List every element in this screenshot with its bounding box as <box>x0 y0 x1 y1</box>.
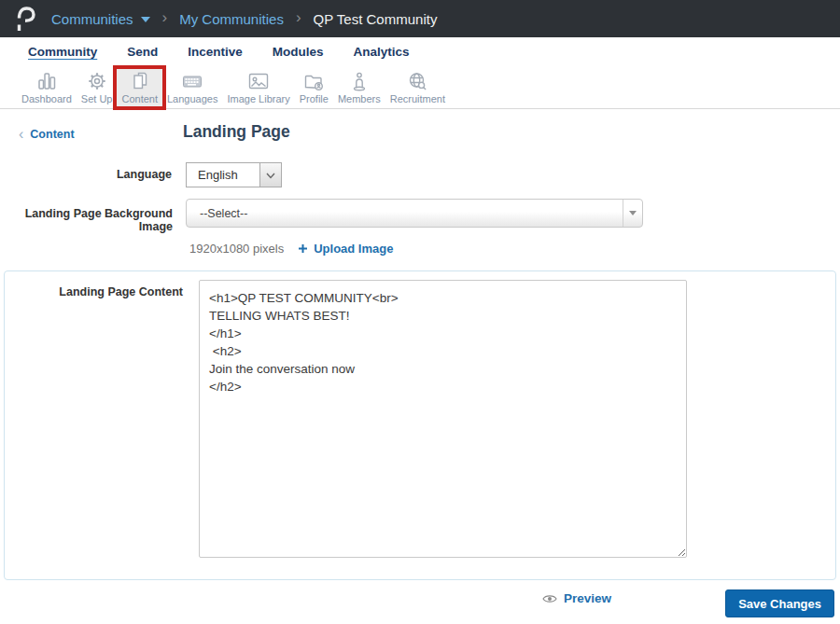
toolbar-item-label: Recruitment <box>390 93 445 104</box>
background-image-label: Landing Page Background Image <box>0 207 173 233</box>
content-label: Landing Page Content <box>0 285 183 298</box>
toolbar-item-content[interactable]: Content <box>117 69 162 106</box>
tab-community[interactable]: Community <box>28 45 97 59</box>
tab-send[interactable]: Send <box>127 45 158 59</box>
breadcrumb-current-page: QP Test Community <box>314 11 438 27</box>
eye-icon <box>542 593 557 604</box>
person-icon <box>347 71 371 91</box>
toolbar-item-members[interactable]: Members <box>333 69 385 106</box>
documents-icon <box>128 71 152 91</box>
breadcrumb-separator: › <box>162 9 168 28</box>
app-logo[interactable] <box>15 6 36 32</box>
toolbar-item-image-library[interactable]: Image Library <box>222 69 294 106</box>
language-label: Language <box>0 168 172 181</box>
communities-menu[interactable]: Communities <box>51 11 150 27</box>
triangle-down-icon <box>623 200 642 227</box>
community-toolbar: Dashboard Set Up Content <box>0 65 840 109</box>
chevron-down-icon <box>259 163 281 187</box>
plus-icon <box>298 243 308 254</box>
keyboard-icon <box>180 71 204 91</box>
page-title: Landing Page <box>183 122 290 142</box>
breadcrumb-my-communities[interactable]: My Communities <box>179 11 284 27</box>
tab-analytics[interactable]: Analytics <box>354 45 410 59</box>
toolbar-item-languages[interactable]: Languages <box>162 69 222 106</box>
upload-row: 1920x1080 pixels Upload Image <box>189 242 393 256</box>
caret-down-icon <box>141 17 150 22</box>
bar-chart-icon <box>35 71 59 91</box>
toolbar-item-label: Set Up <box>81 93 113 104</box>
upload-image-link[interactable]: Upload Image <box>298 242 393 256</box>
background-image-select[interactable]: --Select-- <box>186 199 643 228</box>
main-nav: Community Send Incentive Modules Analyti… <box>0 37 840 66</box>
logo-icon <box>15 6 36 32</box>
back-link-label: Content <box>30 128 74 141</box>
language-select[interactable]: English <box>186 162 282 187</box>
preview-link[interactable]: Preview <box>542 591 611 605</box>
back-to-content-link[interactable]: ‹ Content <box>19 127 75 142</box>
toolbar-item-label: Languages <box>167 93 217 104</box>
background-image-select-value: --Select-- <box>187 207 623 220</box>
topbar: Communities › My Communities › QP Test C… <box>0 0 840 37</box>
communities-menu-label: Communities <box>51 11 133 27</box>
toolbar-item-dashboard[interactable]: Dashboard <box>17 69 77 106</box>
toolbar-item-label: Profile <box>300 93 329 104</box>
breadcrumb-separator: › <box>296 9 301 28</box>
folder-person-icon <box>301 71 326 91</box>
tab-incentive[interactable]: Incentive <box>188 45 243 59</box>
globe-search-icon <box>405 71 429 91</box>
toolbar-item-label: Image Library <box>227 93 289 104</box>
tab-modules[interactable]: Modules <box>273 45 324 59</box>
language-select-value: English <box>187 163 259 187</box>
landing-page-content-textarea[interactable]: <h1>QP TEST COMMUNITY<br> TELLING WHATS … <box>199 280 687 558</box>
toolbar-item-recruitment[interactable]: Recruitment <box>385 69 450 106</box>
toolbar-item-label: Content <box>121 93 158 104</box>
chevron-left-icon: ‹ <box>19 127 23 142</box>
toolbar-item-label: Dashboard <box>21 93 72 104</box>
save-changes-button[interactable]: Save Changes <box>725 589 834 617</box>
upload-image-label: Upload Image <box>314 242 393 256</box>
toolbar-item-label: Members <box>338 93 381 104</box>
image-dimensions-hint: 1920x1080 pixels <box>189 242 284 256</box>
toolbar-item-profile[interactable]: Profile <box>295 69 333 106</box>
picture-icon <box>246 71 271 91</box>
preview-label: Preview <box>564 591 611 605</box>
gear-icon <box>85 71 109 91</box>
toolbar-item-setup[interactable]: Set Up <box>77 69 118 106</box>
